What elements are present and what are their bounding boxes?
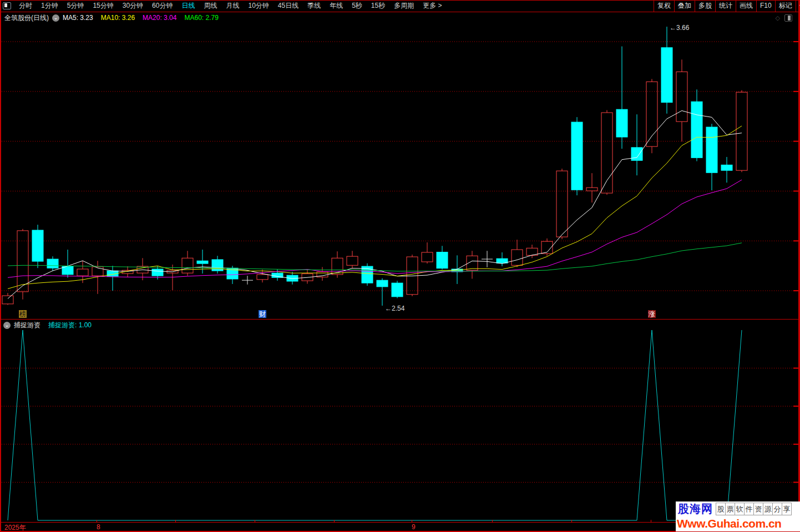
watermark-tagline-char: 分	[773, 503, 782, 515]
candle	[482, 251, 493, 267]
candle	[497, 252, 508, 266]
axis-tick	[97, 520, 97, 523]
indicator-value: 捕捉游资: 1.00	[48, 321, 92, 330]
ma20-line	[8, 180, 742, 277]
watermark-tagline-char: 件	[745, 503, 754, 515]
watermark-tagline-char: 股	[716, 503, 726, 515]
watermark-tagline-char: 源	[763, 503, 773, 515]
candle	[332, 251, 343, 278]
indicator-header: ⌄ 捕捉游资 捕捉游资: 1.00	[0, 320, 800, 330]
event-marker-财[interactable]: 财	[259, 310, 266, 318]
candle	[616, 47, 627, 149]
collapse-sub-icon[interactable]: ⌄	[3, 322, 11, 329]
candle	[437, 246, 448, 270]
tdx-window: 分时1分钟5分钟15分钟30分钟60分钟日线周线月线10分钟45日线季线年线5秒…	[0, 0, 800, 532]
candle	[257, 270, 268, 282]
candle	[556, 169, 568, 239]
candle	[721, 157, 732, 183]
candle	[467, 251, 478, 278]
candle	[107, 266, 118, 291]
watermark-tagline-char: 资	[754, 503, 763, 515]
indicator-line	[8, 330, 742, 520]
candle	[736, 90, 747, 173]
watermark-url: Www.Guhai.com.cn	[676, 516, 800, 530]
candle	[646, 79, 657, 153]
watermark-tagline-char: 享	[782, 503, 792, 515]
axis-tick	[175, 520, 176, 523]
watermark-tagline-char: 票	[726, 503, 735, 515]
axis-label: 9	[412, 523, 416, 531]
watermark-tagline-char: 软	[735, 503, 745, 515]
candle	[586, 173, 598, 202]
axis-tick	[492, 520, 493, 523]
candle	[242, 276, 253, 285]
candle	[197, 250, 208, 273]
chart-canvas[interactable]: ←3.66←2.54	[0, 0, 800, 532]
high-price-label: ←3.66	[670, 24, 690, 32]
watermark-row1: 股海网 股票软件资源分享	[676, 501, 800, 516]
watermark: 股海网 股票软件资源分享 Www.Guhai.com.cn	[676, 501, 800, 531]
candle	[377, 278, 388, 306]
axis-tick	[412, 520, 412, 523]
axis-tick	[334, 520, 335, 523]
axis-label: 2025年	[4, 523, 26, 532]
candle	[691, 89, 702, 161]
axis-tick	[255, 520, 255, 523]
candle	[661, 27, 672, 114]
candle	[302, 270, 313, 284]
candle	[601, 110, 612, 195]
candle	[571, 117, 583, 195]
candle	[2, 293, 13, 305]
candle	[706, 124, 717, 190]
event-marker-榜[interactable]: 榜	[19, 310, 27, 318]
candle	[512, 240, 523, 267]
candle	[347, 251, 358, 268]
candle	[182, 251, 193, 276]
candle	[631, 114, 642, 175]
watermark-tagline: 股票软件资源分享	[716, 503, 792, 515]
candle	[392, 281, 403, 298]
axis-tick	[651, 520, 651, 523]
candle	[317, 267, 328, 281]
candle	[62, 250, 73, 278]
watermark-site-name: 股海网	[678, 501, 713, 516]
event-marker-涨[interactable]: 涨	[648, 310, 656, 318]
candle	[422, 242, 433, 264]
indicator-title[interactable]: 捕捉游资	[14, 321, 40, 330]
axis-label: 8	[97, 523, 100, 531]
candle	[212, 256, 223, 273]
candle	[362, 264, 373, 286]
low-price-label: ←2.54	[385, 305, 405, 312]
candle	[407, 255, 418, 296]
candle	[676, 59, 687, 141]
candle	[47, 256, 58, 271]
candle	[526, 245, 538, 258]
ma60-line	[8, 243, 742, 271]
candle	[32, 225, 43, 268]
axis-tick	[571, 520, 572, 523]
